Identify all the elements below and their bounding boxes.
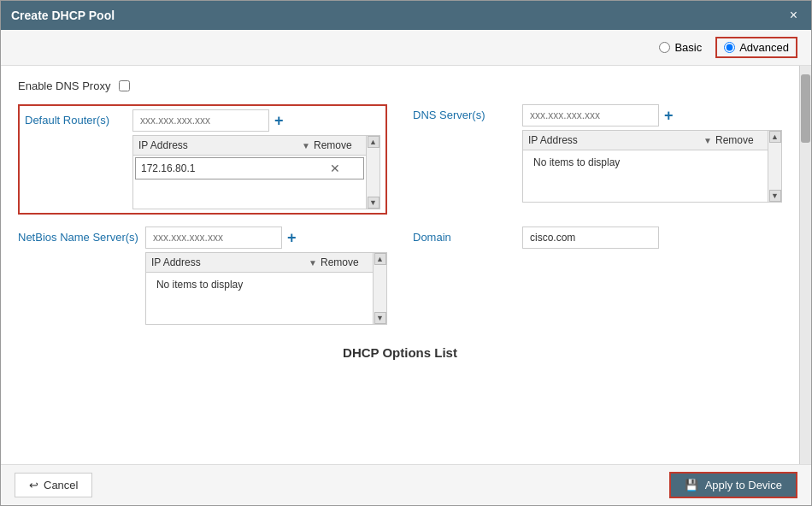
cancel-icon: ↩ [29,479,38,491]
router-ip-input[interactable] [132,109,269,132]
router-scroll-up[interactable]: ▲ [368,136,380,148]
enable-dns-proxy-label: Enable DNS Proxy [18,79,110,92]
apply-icon: 💾 [685,479,698,491]
close-button[interactable]: × [786,8,801,23]
routers-dns-section: Default Router(s) + IP Address [18,104,782,215]
basic-radio[interactable] [659,42,670,53]
netbios-ip-input[interactable] [145,227,282,249]
dialog-title: Create DHCP Pool [11,9,115,22]
dns-table: IP Address ▼ Remove No items to display [522,130,782,203]
dns-empty-row [523,174,768,194]
dns-servers-label: DNS Server(s) [413,104,515,121]
router-table: IP Address ▼ Remove 172.16.80.1 ✕ [132,135,380,209]
default-routers-label: Default Router(s) [25,109,127,126]
dhcp-options-title: DHCP Options List [18,337,782,363]
netbios-row: NetBios Name Server(s) + IP Address [18,227,387,325]
default-routers-box: Default Router(s) + IP Address [18,104,387,215]
netbios-label: NetBios Name Server(s) [18,227,138,244]
domain-label: Domain [413,227,515,244]
router-table-row[interactable]: 172.16.80.1 ✕ [135,157,364,179]
netbios-table: IP Address ▼ Remove No items to display [145,252,387,325]
router-remove-col-header: Remove [314,139,361,151]
netbios-ip-col-header: IP Address [151,256,305,268]
dns-table-header: IP Address ▼ Remove [523,131,768,150]
default-routers-row: Default Router(s) + IP Address [18,104,387,215]
netbios-empty-row [146,296,373,316]
dns-ip-input[interactable] [522,104,659,126]
dns-no-items-text: No items to display [528,151,625,174]
router-empty-row [133,181,366,202]
router-table-header: IP Address ▼ Remove [133,136,366,156]
router-ip-value: 172.16.80.1 [141,162,308,174]
netbios-table-scrollbar: ▲ ▼ [373,253,386,324]
basic-option[interactable]: Basic [659,41,702,54]
dns-table-body: No items to display [523,150,768,202]
router-scroll-down[interactable]: ▼ [368,197,380,209]
view-mode-group: Basic Advanced [659,37,797,58]
dialog-titlebar: Create DHCP Pool × [1,1,811,30]
netbios-table-header: IP Address ▼ Remove [146,253,373,273]
dns-servers-input-group: + IP Address ▼ Remove [522,104,782,203]
cancel-button[interactable]: ↩ Cancel [15,473,92,497]
router-table-body: 172.16.80.1 ✕ [133,157,366,209]
basic-label: Basic [674,41,702,54]
dns-scroll-down[interactable]: ▼ [769,190,781,202]
apply-label: Apply to Device [705,479,782,491]
default-routers-col: Default Router(s) + IP Address [18,104,387,215]
domain-row: Domain [413,227,782,249]
router-add-button[interactable]: + [273,113,285,128]
dns-input-row: + [522,104,782,126]
dialog-footer: ↩ Cancel 💾 Apply to Device [1,464,811,505]
dns-add-button[interactable]: + [662,108,675,123]
netbios-scroll-down[interactable]: ▼ [374,312,386,324]
netbios-table-body: No items to display [146,273,373,324]
scrollbar-thumb[interactable] [801,74,810,143]
dns-ip-sort-icon: ▼ [703,136,712,145]
advanced-box: Advanced [715,37,797,58]
netbios-ip-sort-icon: ▼ [309,258,317,268]
router-input-row: + [132,109,380,132]
netbios-input-group: + IP Address ▼ Remove [145,227,387,325]
dns-table-scrollbar: ▲ ▼ [768,131,781,202]
netbios-add-button[interactable]: + [285,230,298,245]
netbios-table-inner: IP Address ▼ Remove No items to display [146,253,373,324]
ip-sort-icon: ▼ [302,141,310,150]
apply-button[interactable]: 💾 Apply to Device [669,472,797,498]
router-table-scrollbar: ▲ ▼ [366,136,380,209]
main-content: Enable DNS Proxy Default Router(s) + [1,66,799,464]
default-routers-input-group: + IP Address ▼ Remove [132,109,380,209]
advanced-option[interactable]: Advanced [724,41,789,54]
dns-scroll-up[interactable]: ▲ [769,131,781,143]
netbios-input-row: + [145,227,387,249]
router-remove-button[interactable]: ✕ [311,162,358,175]
dns-table-inner: IP Address ▼ Remove No items to display [523,131,768,202]
dns-no-items-row: No items to display [523,150,768,174]
content-area: Enable DNS Proxy Default Router(s) + [1,66,811,464]
dialog-toolbar: Basic Advanced [1,30,811,66]
domain-input[interactable] [522,227,659,249]
netbios-scroll-up[interactable]: ▲ [374,253,386,265]
domain-input-group [522,227,782,249]
dns-servers-col: DNS Server(s) + IP Address ▼ [413,104,782,215]
create-dhcp-pool-dialog: Create DHCP Pool × Basic Advanced Enable… [0,0,812,506]
enable-dns-proxy-row: Enable DNS Proxy [18,79,782,92]
dns-remove-col-header: Remove [715,134,762,146]
enable-dns-proxy-checkbox[interactable] [119,80,130,91]
domain-col: Domain [413,227,782,325]
netbios-col: NetBios Name Server(s) + IP Address [18,227,387,325]
advanced-label: Advanced [739,41,789,54]
dns-ip-col-header: IP Address [528,134,700,146]
cancel-label: Cancel [44,479,78,491]
netbios-domain-section: NetBios Name Server(s) + IP Address [18,227,782,325]
advanced-radio[interactable] [724,42,735,53]
router-table-inner: IP Address ▼ Remove 172.16.80.1 ✕ [133,136,366,209]
main-scrollbar[interactable] [799,66,811,464]
netbios-no-items-row: No items to display [146,273,373,296]
netbios-remove-col-header: Remove [321,256,368,268]
dns-servers-row: DNS Server(s) + IP Address ▼ [413,104,782,203]
router-ip-col-header: IP Address [138,139,298,151]
netbios-no-items-text: No items to display [151,274,248,296]
